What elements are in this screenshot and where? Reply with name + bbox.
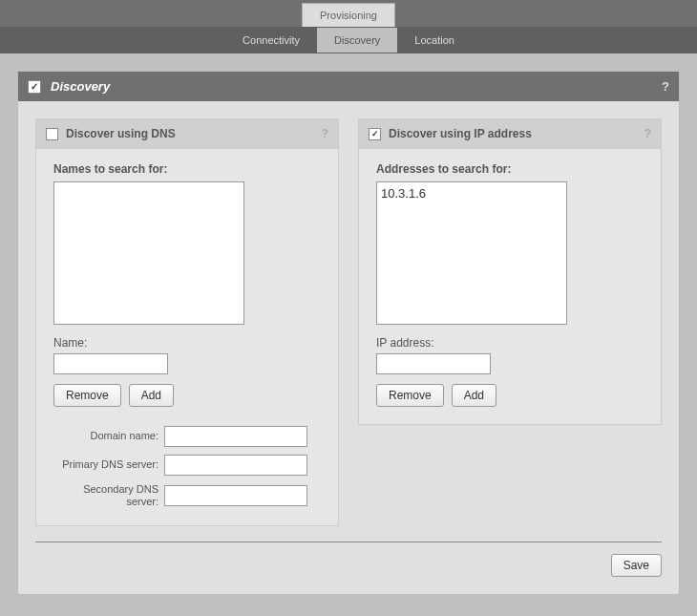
ip-remove-button[interactable]: Remove [376,384,444,407]
dns-panel: Discover using DNS ? Names to search for… [35,118,339,526]
dns-listbox[interactable] [53,181,244,325]
ip-checkbox[interactable]: ✓ [369,128,381,140]
tab-provisioning[interactable]: Provisioning [302,3,395,27]
dns-list-label: Names to search for: [53,162,321,176]
discovery-panel-header: ✓ Discovery ? [18,72,679,101]
ip-title: Discover using IP address [389,127,532,140]
ip-panel-header: ✓ Discover using IP address ? [359,119,661,149]
save-button[interactable]: Save [611,554,662,577]
primary-dns-label: Primary DNS server: [53,458,158,471]
dns-add-button[interactable]: Add [129,384,174,407]
top-nav: Provisioning [0,0,697,27]
discovery-panel: ✓ Discovery ? Discover using DNS ? Names… [17,71,680,595]
dns-remove-button[interactable]: Remove [53,384,121,407]
help-icon[interactable]: ? [644,127,651,140]
ip-listbox[interactable]: 10.3.1.6 [376,181,567,325]
help-icon[interactable]: ? [322,127,328,140]
discovery-panel-body: Discover using DNS ? Names to search for… [18,101,679,594]
domain-name-label: Domain name: [53,430,158,442]
secondary-dns-label: Secondary DNS server: [53,483,158,508]
dns-name-input[interactable] [53,353,168,374]
ip-address-input[interactable] [376,353,491,374]
discovery-title: Discovery [51,79,110,94]
dns-panel-header: Discover using DNS ? [36,119,338,149]
dns-name-label: Name: [53,336,321,350]
footer: Save [35,542,662,577]
tab-location[interactable]: Location [397,28,472,53]
help-icon[interactable]: ? [662,79,669,94]
list-item[interactable]: 10.3.1.6 [381,186,562,201]
dns-checkbox[interactable] [46,128,58,140]
primary-dns-input[interactable] [164,455,307,476]
domain-name-input[interactable] [164,426,307,447]
secondary-dns-input[interactable] [164,485,307,506]
tab-discovery[interactable]: Discovery [317,28,397,53]
ip-list-label: Addresses to search for: [376,162,644,176]
ip-add-button[interactable]: Add [452,384,496,407]
dns-title: Discover using DNS [66,127,176,140]
discovery-checkbox[interactable]: ✓ [28,80,41,94]
sub-nav: Connectivity Discovery Location [0,27,697,53]
tab-connectivity[interactable]: Connectivity [225,28,317,53]
content-area: ✓ Discovery ? Discover using DNS ? Names… [0,53,697,612]
ip-panel: ✓ Discover using IP address ? Addresses … [358,118,662,425]
ip-address-label: IP address: [376,336,644,350]
